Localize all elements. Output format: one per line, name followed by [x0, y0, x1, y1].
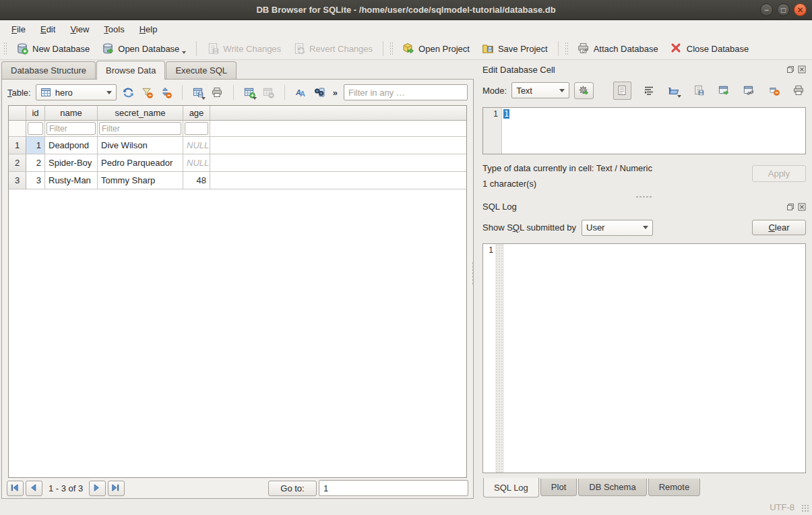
cell-secret-name[interactable]: Tommy Sharp: [98, 172, 183, 189]
close-icon: [798, 203, 806, 211]
goto-button[interactable]: Go to:: [268, 481, 317, 496]
save-file-icon: [693, 85, 705, 96]
dock-splitter[interactable]: [482, 193, 806, 200]
cell-id[interactable]: 2: [26, 154, 45, 172]
first-page-icon: [9, 483, 21, 494]
cell-name[interactable]: Rusty-Man: [45, 172, 98, 189]
log-content: [504, 244, 805, 473]
insert-record-button[interactable]: [243, 86, 257, 100]
word-wrap-button[interactable]: [642, 84, 656, 98]
close-button[interactable]: ✕: [794, 3, 807, 16]
resize-grip[interactable]: [801, 504, 810, 513]
table-select[interactable]: hero: [36, 84, 117, 100]
dock-tab-remote[interactable]: Remote: [648, 479, 701, 496]
column-header-name[interactable]: name: [45, 106, 98, 121]
open-database-dropdown-caret[interactable]: [182, 51, 186, 54]
edit-display-format-button[interactable]: [294, 86, 308, 100]
sql-log-area[interactable]: 1: [482, 243, 806, 474]
import-data-button[interactable]: [667, 84, 681, 98]
export-data-button[interactable]: [692, 84, 706, 98]
menubar: File Edit View Tools Help: [0, 20, 812, 38]
first-page-button[interactable]: [7, 481, 24, 496]
mode-row: Mode: Text: [482, 80, 806, 100]
clear-filters-button[interactable]: [140, 86, 154, 100]
float-dock-button[interactable]: [786, 65, 794, 74]
clear-log-button[interactable]: Clear: [752, 220, 806, 235]
refresh-button[interactable]: [121, 86, 135, 100]
goto-input[interactable]: [319, 480, 468, 496]
float-dock-button[interactable]: [786, 202, 794, 211]
tab-browse-data[interactable]: Browse Data: [96, 61, 165, 80]
close-database-button[interactable]: Close Database: [664, 40, 755, 57]
filter-id-input[interactable]: [28, 122, 43, 135]
cell-age[interactable]: NULL: [183, 137, 210, 154]
cell-name[interactable]: Spider-Boy: [45, 154, 98, 172]
print-cell-button[interactable]: [792, 84, 806, 98]
cell-secret-name[interactable]: Dive Wilson: [98, 137, 183, 154]
right-panel: Edit Database Cell Mode: Text 1 1: [476, 60, 812, 499]
open-database-button[interactable]: Open Database: [96, 40, 192, 57]
cell-editor[interactable]: 1 1: [482, 107, 806, 154]
filter-name-input[interactable]: [46, 122, 96, 135]
cell-secret-name[interactable]: Pedro Parqueador: [98, 154, 183, 172]
open-in-external-button[interactable]: [717, 84, 731, 98]
menu-file[interactable]: File: [5, 22, 32, 36]
column-header-secret-name[interactable]: secret_name: [98, 106, 183, 121]
auto-format-button[interactable]: [574, 82, 594, 99]
cell-age[interactable]: NULL: [183, 154, 210, 172]
find-in-table-button[interactable]: [313, 86, 327, 100]
next-page-button[interactable]: [89, 481, 106, 496]
dock-tab-plot[interactable]: Plot: [540, 479, 577, 496]
cell-id[interactable]: 1: [26, 137, 45, 154]
minimize-button[interactable]: −: [760, 3, 773, 16]
filter-age-input[interactable]: [185, 122, 208, 135]
cell-age[interactable]: 48: [183, 172, 210, 189]
menu-tools[interactable]: Tools: [98, 22, 130, 36]
close-dock-button[interactable]: [797, 65, 806, 74]
close-dock-button[interactable]: [797, 202, 806, 211]
show-sql-label: Show SQL submitted by: [482, 222, 576, 233]
save-table-button[interactable]: [191, 86, 206, 100]
set-null-button[interactable]: [767, 84, 781, 98]
dock-tab-db-schema[interactable]: DB Schema: [578, 479, 646, 496]
float-icon: [786, 203, 794, 211]
open-database-icon: [102, 42, 114, 55]
column-header-age[interactable]: age: [183, 106, 210, 121]
new-database-button[interactable]: New Database: [10, 40, 96, 57]
toolbar-grip: [389, 42, 394, 55]
open-project-icon: [402, 42, 414, 55]
last-page-button[interactable]: [108, 481, 125, 496]
menu-help[interactable]: Help: [133, 22, 164, 36]
cell-name[interactable]: Deadpond: [45, 137, 98, 154]
column-header-id[interactable]: id: [26, 106, 45, 121]
clear-sorting-button[interactable]: [159, 86, 173, 100]
save-project-button[interactable]: Save Project: [476, 40, 554, 57]
toolbar-grip: [3, 42, 8, 55]
panel-splitter[interactable]: [472, 262, 475, 284]
filter-secret-name-input[interactable]: [99, 122, 181, 135]
data-grid: id name secret_name age 1 1 Deadpond Div…: [8, 105, 467, 478]
tab-execute-sql[interactable]: Execute SQL: [166, 61, 237, 79]
open-project-button[interactable]: Open Project: [396, 40, 476, 57]
log-line-number: 1: [483, 244, 495, 473]
menu-view[interactable]: View: [64, 22, 95, 36]
dock-tab-sql-log[interactable]: SQL Log: [483, 478, 539, 497]
toolbar-overflow-chevron[interactable]: »: [332, 88, 339, 98]
editor-content[interactable]: 1: [502, 108, 805, 154]
log-fold-margin: [495, 244, 504, 473]
cell-id[interactable]: 3: [26, 172, 45, 189]
attach-database-button[interactable]: Attach Database: [571, 40, 664, 57]
sql-source-select[interactable]: User: [582, 220, 653, 236]
maximize-button[interactable]: □: [777, 3, 790, 16]
mode-select[interactable]: Text: [511, 82, 569, 98]
previous-page-button[interactable]: [26, 481, 42, 496]
text-mode-button[interactable]: [613, 82, 631, 100]
menu-edit[interactable]: Edit: [34, 22, 61, 36]
copy-link-button[interactable]: [742, 84, 756, 98]
next-page-icon: [92, 483, 103, 494]
link-icon: [743, 85, 755, 96]
tab-database-structure[interactable]: Database Structure: [1, 61, 96, 79]
print-table-button[interactable]: [210, 86, 224, 100]
font-format-icon: [295, 87, 307, 98]
filter-any-column-input[interactable]: [344, 84, 468, 100]
